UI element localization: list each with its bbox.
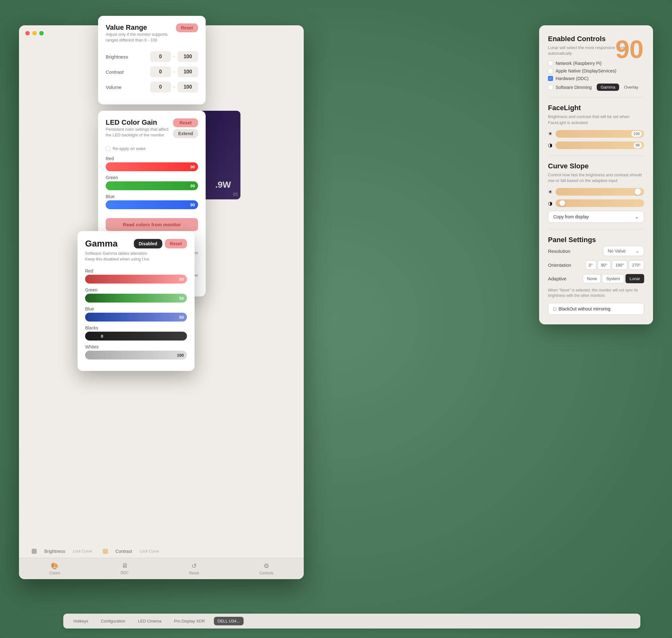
tab-reset[interactable]: ↺ Reset	[189, 562, 199, 575]
tab-colors[interactable]: 🎨 Colors	[49, 562, 60, 575]
facelight-contrast-value: 98	[634, 142, 642, 148]
gamma-panel: Gamma Disabled Reset Software Gamma tabl…	[77, 231, 194, 371]
gamma-green-label: Green	[85, 287, 187, 292]
red-slider[interactable]: 90	[106, 162, 198, 171]
overlay-mode-button[interactable]: Overlay	[620, 84, 642, 91]
gamma-overlay-group: Gamma Overlay	[597, 84, 642, 91]
curve-slope-section: Curve Slope Control how fast the brightn…	[548, 162, 644, 223]
adaptive-system-button[interactable]: System	[602, 274, 624, 283]
red-slider-row: Red 90	[106, 156, 198, 171]
facelight-contrast-slider[interactable]: 98	[555, 141, 644, 149]
gamma-title: Gamma	[85, 239, 118, 249]
curve-brightness-slider[interactable]	[555, 188, 644, 196]
tab-ddc[interactable]: 🖥 DDC	[121, 562, 129, 575]
copy-from-display-button[interactable]: Copy from display ⌄	[548, 211, 644, 223]
maximize-button[interactable]	[39, 31, 44, 35]
hardware-row: ✓ Hardware (DDC)	[548, 76, 644, 81]
monitor-wattage: .9W	[215, 180, 231, 190]
value-range-header: Value Range Adjust only if the monitor s…	[106, 23, 198, 49]
volume-min-input[interactable]	[150, 82, 171, 93]
contrast-max-input[interactable]	[177, 66, 198, 77]
led-extend-button[interactable]: Extend	[173, 129, 198, 138]
value-range-panel: Value Range Adjust only if the monitor s…	[98, 16, 206, 104]
minimize-button[interactable]	[32, 31, 37, 35]
adaptive-row: Adaptive None System Lunar	[548, 274, 644, 283]
facelight-contrast-row: ◑ 98	[548, 141, 644, 149]
orientation-buttons: 0° 90° 180° 270°	[585, 261, 644, 270]
gamma-red-slider[interactable]: 50	[85, 275, 187, 284]
adaptive-none-button[interactable]: None	[583, 274, 601, 283]
hardware-checkbox[interactable]: ✓	[548, 76, 553, 81]
curve-sun-icon: ☀	[548, 189, 552, 195]
gamma-blacks-slider[interactable]: 0	[85, 332, 187, 340]
led-reset-button[interactable]: Reset	[173, 118, 198, 127]
apple-native-checkbox[interactable]	[548, 68, 553, 73]
green-slider-value: 90	[190, 184, 195, 188]
close-button[interactable]	[25, 31, 30, 35]
facelight-brightness-slider[interactable]: 100	[555, 130, 644, 138]
resolution-select[interactable]: No Value ⌄	[603, 246, 644, 256]
brightness-dash: -	[173, 54, 175, 60]
resolution-row: Resolution No Value ⌄	[548, 246, 644, 256]
resolution-value: No Value	[608, 248, 626, 253]
tab-controls[interactable]: ⚙ Controls	[259, 562, 274, 575]
volume-range-row: Volume -	[106, 82, 198, 93]
green-slider-label: Green	[106, 175, 198, 180]
copy-from-display-label: Copy from display	[553, 214, 589, 219]
orientation-180-button[interactable]: 180°	[612, 261, 627, 270]
orientation-label: Orientation	[548, 262, 571, 268]
curve-contrast-thumb	[559, 200, 565, 206]
brightness-legend-swatch	[32, 549, 37, 554]
gamma-button-group: Disabled Reset	[134, 239, 187, 248]
volume-dash: -	[173, 84, 175, 90]
colors-icon: 🎨	[51, 562, 58, 570]
orientation-270-button[interactable]: 270°	[628, 261, 644, 270]
nav-configuration[interactable]: Configuration	[97, 617, 129, 625]
reset-icon: ↺	[191, 562, 197, 570]
resolution-label: Resolution	[548, 248, 570, 254]
gamma-blacks-value: 0	[101, 334, 103, 339]
blue-slider-value: 90	[190, 203, 195, 207]
network-label: Network (Raspberry Pi)	[555, 61, 601, 66]
value-range-subtitle: Adjust only if the monitor supports rang…	[106, 32, 176, 43]
volume-max-input[interactable]	[177, 82, 198, 93]
blue-slider-row: Blue 90	[106, 194, 198, 209]
led-title: LED Color Gain	[106, 118, 173, 127]
read-colors-button[interactable]: Read colors from monitor	[106, 218, 198, 231]
nav-led-cinema[interactable]: LED Cinema	[134, 617, 165, 625]
hardware-label: Hardware (DDC)	[555, 76, 588, 81]
nav-pro-display-xdr[interactable]: Pro Display XDR	[170, 617, 209, 625]
green-slider[interactable]: 90	[106, 181, 198, 190]
gamma-whites-slider[interactable]: 100	[85, 351, 187, 359]
gamma-reset-button[interactable]: Reset	[165, 239, 187, 248]
facelight-brightness-value: 100	[632, 131, 642, 137]
orientation-0-button[interactable]: 0°	[585, 261, 596, 270]
orientation-90-button[interactable]: 90°	[598, 261, 611, 270]
software-checkbox[interactable]	[548, 85, 553, 90]
gamma-disabled-button[interactable]: Disabled	[134, 239, 162, 248]
gamma-green-slider[interactable]: 50	[85, 294, 187, 303]
gamma-blue-row: Blue 50	[85, 306, 187, 321]
re-apply-checkbox[interactable]	[106, 147, 110, 151]
gamma-red-value: 50	[179, 277, 184, 282]
gamma-mode-button[interactable]: Gamma	[597, 84, 619, 91]
nav-dell-u34[interactable]: DELL U34...	[214, 617, 244, 625]
brightness-max-input[interactable]	[177, 51, 198, 62]
apple-native-label: Apple Native (DisplayServices)	[555, 68, 616, 73]
curve-contrast-slider[interactable]	[555, 199, 644, 207]
nav-hotkeys[interactable]: Hotkeys	[70, 617, 92, 625]
brightness-range-row: Brightness -	[106, 51, 198, 62]
re-apply-label: Re-apply on wake	[113, 146, 145, 151]
network-checkbox[interactable]	[548, 61, 553, 66]
brightness-min-input[interactable]	[150, 51, 171, 62]
curve-slope-large-value: 90	[615, 35, 643, 64]
tab-reset-label: Reset	[189, 571, 199, 575]
gamma-blue-slider[interactable]: 50	[85, 313, 187, 321]
curve-slope-title: Curve Slope	[548, 162, 644, 170]
adaptive-lunar-button[interactable]: Lunar	[625, 274, 644, 283]
blue-slider[interactable]: 90	[106, 200, 198, 209]
blackout-button[interactable]: □ BlackOut without mirroring	[548, 303, 644, 315]
brightness-range-inputs: -	[150, 51, 198, 62]
value-range-reset-button[interactable]: Reset	[176, 23, 198, 32]
contrast-min-input[interactable]	[150, 66, 171, 77]
